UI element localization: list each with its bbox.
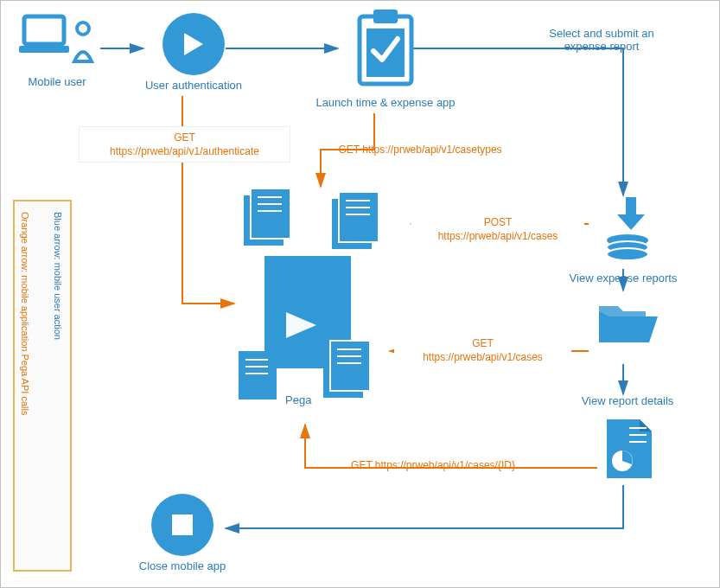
api-authenticate: GET https://prweb/api/v1/authenticate — [79, 126, 290, 163]
api-casetypes-method: GET — [338, 144, 359, 156]
node-launch-app: Launch time & expense app — [312, 6, 459, 109]
mobile-user-label: Mobile user — [10, 75, 105, 88]
svg-rect-7 — [19, 46, 69, 53]
action-select-submit: Select and submit an expense report — [537, 27, 666, 53]
api-post-method: POST — [484, 216, 513, 228]
api-post-cases: POST https://prweb/api/v1/cases — [411, 215, 584, 243]
api-caseid-url: https://prweb/api/v1/cases/{ID} — [375, 459, 515, 471]
svg-rect-28 — [330, 341, 370, 391]
node-close-app: Close mobile app — [131, 494, 234, 572]
svg-point-34 — [607, 248, 648, 260]
close-app-label: Close mobile app — [131, 559, 234, 572]
node-pega: Pega — [239, 187, 403, 425]
user-auth-label: User authentication — [137, 79, 250, 92]
node-mobile-user: Mobile user — [10, 10, 105, 88]
api-get-cases: GET https://prweb/api/v1/cases — [394, 336, 571, 364]
svg-rect-10 — [373, 10, 398, 23]
svg-rect-18 — [339, 192, 379, 242]
pega-api-flow-diagram: Mobile user User authentication Launch t… — [0, 0, 720, 588]
api-post-url: https://prweb/api/v1/cases — [438, 230, 558, 242]
api-get-method: GET — [472, 337, 494, 349]
api-get-url: https://prweb/api/v1/cases — [423, 351, 543, 363]
launch-app-label: Launch time & expense app — [312, 96, 459, 109]
api-authenticate-method: GET — [174, 131, 195, 144]
node-folder — [593, 299, 662, 353]
legend-blue-text: Blue arrow: mobile user action — [53, 212, 63, 562]
clipboard-check-icon — [351, 6, 420, 89]
documents-stack-icon — [239, 187, 403, 407]
svg-rect-13 — [251, 189, 290, 239]
node-expense-reports: View expense reports — [589, 195, 666, 284]
api-get-case-id: GET https://prweb/api/v1/cases/{ID} — [312, 459, 554, 471]
node-user-auth: User authentication — [137, 13, 250, 92]
stop-icon — [151, 494, 213, 556]
svg-rect-39 — [172, 514, 193, 535]
api-authenticate-url: https://prweb/api/v1/authenticate — [110, 145, 259, 157]
api-casetypes-url: https://prweb/api/v1/casetypes — [362, 144, 501, 156]
folder-open-icon — [596, 299, 659, 349]
pega-label: Pega — [285, 393, 311, 406]
download-coins-icon — [593, 195, 662, 265]
api-casetypes: GET https://prweb/api/v1/casetypes — [299, 144, 541, 156]
play-icon — [162, 13, 225, 75]
svg-point-8 — [77, 22, 89, 35]
api-caseid-method: GET — [351, 459, 372, 471]
view-expense-reports-label: View expense reports — [563, 272, 684, 284]
svg-rect-6 — [24, 16, 64, 44]
legend-orange-text: Orange arrow: mobile application Pega AP… — [20, 212, 30, 562]
view-report-details-label: View report details — [563, 394, 692, 407]
node-report-detail — [599, 416, 659, 485]
laptop-user-icon — [19, 10, 95, 68]
report-document-icon — [603, 416, 655, 482]
legend-box: Blue arrow: mobile user action Orange ar… — [13, 200, 72, 572]
svg-rect-23 — [239, 351, 277, 399]
